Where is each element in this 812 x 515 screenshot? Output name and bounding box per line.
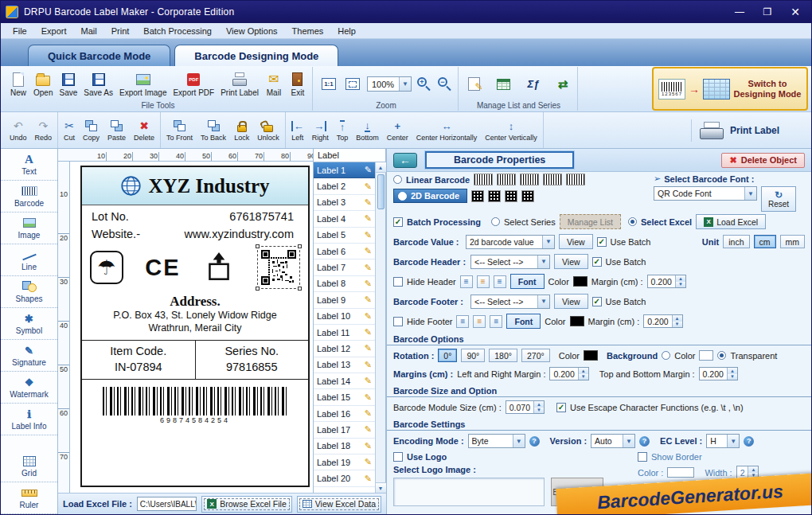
edit-pencil-icon[interactable]: ✎ (365, 327, 372, 337)
edit-pencil-icon[interactable]: ✎ (365, 474, 372, 484)
sidebar-item-symbol[interactable]: ✱Symbol (1, 308, 57, 340)
label-list-item[interactable]: Label 20 ✎ (314, 470, 375, 486)
label-list-item[interactable]: Label 16 ✎ (314, 406, 375, 422)
use-batch-footer-checkbox[interactable]: ✓ (592, 297, 602, 306)
lock-button[interactable]: Lock (230, 119, 253, 142)
sidebar-item-watermark[interactable]: ❖Watermark (1, 372, 57, 404)
edit-pencil-icon[interactable]: ✎ (365, 279, 372, 289)
label-list-item[interactable]: Label 8 ✎ (314, 276, 375, 292)
help-icon[interactable]: ? (639, 436, 650, 447)
edit-pencil-icon[interactable]: ✎ (365, 441, 372, 451)
label-list-item[interactable]: Label 3 ✎ (314, 195, 375, 211)
swap-button[interactable]: ⇄ (551, 75, 575, 94)
center-horizontally-button[interactable]: ↔Center Horizontally (412, 119, 482, 142)
selection-handle[interactable] (256, 287, 260, 291)
maximize-button[interactable]: ❐ (756, 4, 779, 20)
delete-button[interactable]: ✖Delete (130, 119, 158, 142)
view-excel-button[interactable]: View Excel Data (297, 496, 381, 513)
align-center-icon[interactable]: ≡ (473, 315, 486, 328)
edit-pencil-icon[interactable]: ✎ (365, 376, 372, 386)
background-color-swatch[interactable] (699, 350, 713, 361)
select-series-radio[interactable] (491, 217, 500, 226)
selection-handle[interactable] (256, 244, 260, 248)
print-label-button[interactable]: Print Label (217, 70, 262, 99)
label-list-item[interactable]: Label 10 ✎ (314, 309, 375, 325)
sidebar-item-image[interactable]: Image (1, 213, 57, 244)
linear-barcode-radio[interactable] (393, 175, 402, 184)
2d-barcode-radio[interactable]: 2D Barcode (393, 189, 467, 203)
export-image-button[interactable]: Export Image (116, 70, 170, 99)
linear-barcode-graphic[interactable] (103, 387, 287, 416)
view-value-button[interactable]: View (559, 234, 593, 249)
print-label-button-2[interactable]: Print Label (691, 119, 787, 142)
align-top-button[interactable]: ↑Top (333, 119, 353, 142)
rotation-90-button[interactable]: 90° (461, 349, 485, 362)
to-back-button[interactable]: To Back (197, 119, 230, 142)
barcode-header-dropdown[interactable]: <-- Select -->▼ (470, 255, 550, 269)
align-left-icon[interactable]: ≡ (460, 275, 473, 288)
select-excel-radio[interactable] (628, 217, 637, 226)
sidebar-item-grid[interactable]: Grid (1, 451, 57, 482)
linear-style-icon[interactable] (566, 174, 585, 185)
series-table-button[interactable] (492, 75, 516, 94)
2d-style-icon[interactable] (505, 190, 517, 202)
fit-page-button[interactable] (341, 75, 365, 94)
hide-header-checkbox[interactable] (393, 277, 403, 287)
edit-pencil-icon[interactable]: ✎ (365, 263, 372, 273)
use-batch-header-checkbox[interactable]: ✓ (592, 257, 602, 267)
label-list-item[interactable]: Label 14 ✎ (314, 373, 375, 389)
barcode-value-dropdown[interactable]: 2d barcode value▼ (466, 235, 555, 249)
edit-pencil-icon[interactable]: ✎ (365, 246, 372, 256)
design-surface[interactable]: XYZ Industry Lot No.6761875741 Website.-… (70, 162, 313, 493)
zoom-out-button[interactable]: − (435, 76, 455, 93)
label-list-item[interactable]: Label 17 ✎ (314, 422, 375, 438)
browse-excel-button[interactable]: XBrowse Excel File (201, 496, 291, 513)
2d-style-icon[interactable] (471, 190, 484, 202)
label-list-item[interactable]: Label 12 ✎ (314, 341, 375, 357)
left-right-margin-spinner[interactable]: 0.200▲▼ (549, 367, 588, 380)
label-list-item[interactable]: Label 19 ✎ (314, 455, 375, 470)
logo-image-box[interactable] (393, 478, 545, 506)
cut-button[interactable]: ✂Cut (60, 119, 79, 142)
label-list-item[interactable]: Label 9 ✎ (314, 292, 375, 308)
edit-pencil-icon[interactable]: ✎ (365, 213, 372, 224)
label-card[interactable]: XYZ Industry Lot No.6761875741 Website.-… (80, 166, 310, 487)
website-row[interactable]: Website.-www.xyzindustry.com (82, 223, 308, 240)
view-header-button[interactable]: View (554, 254, 588, 269)
barcode-footer-dropdown[interactable]: <-- Select -->▼ (470, 295, 550, 309)
header-margin-spinner[interactable]: 0.200▲▼ (647, 275, 686, 288)
linear-style-icon[interactable] (497, 174, 516, 185)
delete-object-button[interactable]: ✖Delete Object (721, 153, 805, 168)
tab-barcode-designing-mode[interactable]: Barcode Designing Mode (174, 45, 338, 66)
linear-style-icon[interactable] (474, 174, 493, 185)
series-cell[interactable]: Series No.97816855 (195, 341, 309, 379)
label-list-item[interactable]: Label 5 ✎ (314, 228, 375, 244)
menu-item[interactable]: Help (330, 25, 363, 37)
selection-handle[interactable] (298, 287, 302, 291)
label-list-item[interactable]: Label 11 ✎ (314, 325, 375, 341)
label-list-item[interactable]: Label 15 ✎ (314, 389, 375, 405)
menu-item[interactable]: Print (104, 25, 137, 37)
edit-pencil-icon[interactable]: ✎ (365, 408, 372, 419)
escape-characters-checkbox[interactable]: ✓ (556, 403, 566, 412)
use-batch-value-checkbox[interactable]: ✓ (597, 237, 607, 247)
align-center-icon[interactable]: ≡ (477, 275, 490, 288)
save-as-button[interactable]: Save As (80, 70, 116, 99)
sidebar-item-signature[interactable]: ✎Signature (1, 340, 57, 372)
help-icon[interactable]: ? (744, 436, 754, 447)
linear-style-icon[interactable] (543, 174, 562, 185)
sidebar-item-barcode[interactable]: Barcode (1, 181, 57, 213)
this-way-up-symbol[interactable] (202, 251, 236, 284)
background-color-radio[interactable] (662, 351, 670, 360)
item-code-cell[interactable]: Item Code.IN-07894 (82, 341, 195, 379)
open-button[interactable]: Open (30, 70, 56, 99)
manage-list-button[interactable]: Manage List (560, 214, 621, 229)
unit-inch-button[interactable]: inch (723, 235, 749, 248)
linear-style-icon[interactable] (520, 174, 539, 185)
label-list-item[interactable]: Label 6 ✎ (314, 244, 375, 259)
menu-item[interactable]: File (6, 25, 34, 37)
close-button[interactable]: ✕ (784, 4, 806, 20)
scroll-down-icon[interactable]: ▼ (376, 482, 386, 493)
lot-row[interactable]: Lot No.6761875741 (82, 205, 308, 223)
excel-path-input[interactable]: C:\Users\IBALL\D (137, 497, 197, 511)
